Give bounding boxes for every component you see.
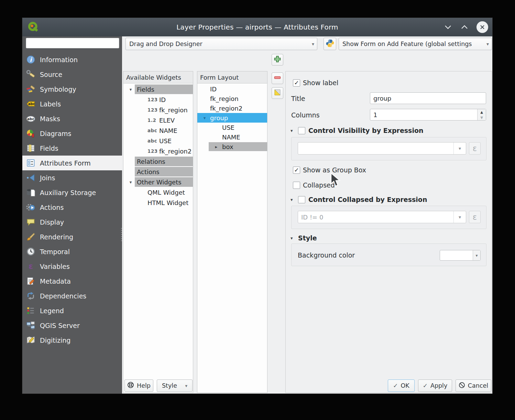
tree-item-name[interactable]: abc NAME: [123, 125, 193, 136]
visibility-checkbox[interactable]: [298, 127, 305, 134]
layout-item-fk-region2[interactable]: fk_region2: [197, 103, 267, 113]
designer-mode-value: Drag and Drop Designer: [129, 41, 202, 47]
visibility-expression-builder-button[interactable]: ε: [469, 142, 481, 155]
tree-item-elev[interactable]: 1.2 ELEV: [123, 115, 193, 125]
cancel-button-label: Cancel: [468, 382, 488, 389]
collapsed-expression-builder-button[interactable]: ε: [469, 211, 481, 223]
sidebar-item-source[interactable]: Source: [22, 67, 122, 82]
svg-text:ε: ε: [29, 262, 33, 271]
tree-item-id[interactable]: 123 ID: [123, 94, 193, 105]
form-open-mode-select[interactable]: Show Form on Add Feature (global setting…: [339, 38, 492, 50]
ok-button-label: OK: [401, 382, 409, 389]
python-init-button[interactable]: [324, 38, 336, 50]
style-section-title: Style: [298, 234, 317, 242]
tree-item-use[interactable]: abc USE: [123, 136, 193, 146]
designer-mode-select[interactable]: Drag and Drop Designer ▾: [125, 38, 317, 50]
tree-category-actions[interactable]: Actions: [123, 167, 193, 177]
splitter-handle[interactable]: [121, 228, 122, 242]
remove-widget-button[interactable]: [272, 72, 283, 84]
sidebar-item-digitizing[interactable]: Digitizing: [22, 333, 122, 348]
sidebar-item-attributes-form[interactable]: Attributes Form: [22, 156, 122, 170]
sidebar-item-auxiliary-storage[interactable]: Auxiliary Storage: [22, 185, 122, 200]
sidebar-item-label: Actions: [40, 204, 64, 211]
layout-item-fk-region[interactable]: fk_region: [197, 94, 267, 103]
style-dropdown-button[interactable]: Style ▾: [157, 379, 193, 392]
tree-item-fk-region[interactable]: 123 fk_region: [123, 105, 193, 115]
expander-down-icon[interactable]: ▾: [291, 197, 295, 202]
sidebar-item-rendering[interactable]: Rendering: [22, 229, 122, 244]
expander-down-icon[interactable]: ▾: [202, 115, 207, 121]
title-input[interactable]: [370, 92, 486, 104]
background-color-picker[interactable]: ▾: [440, 250, 481, 261]
display-icon: [26, 217, 35, 227]
tree-category-relations[interactable]: Relations: [123, 156, 193, 167]
sidebar-search-input[interactable]: [26, 38, 119, 48]
show-label-checkbox[interactable]: ✓: [293, 79, 300, 87]
check-icon: ✓: [393, 382, 398, 389]
tree-item-html-widget[interactable]: HTML Widget: [123, 197, 193, 208]
dependencies-icon: [26, 291, 35, 300]
sidebar-item-label: Temporal: [40, 248, 70, 256]
columns-input[interactable]: [370, 109, 477, 120]
sidebar-item-qgis-server[interactable]: QGIS Server: [22, 318, 122, 333]
close-window-icon[interactable]: [476, 21, 488, 33]
tree-item-fk-region2[interactable]: 123 fk_region2: [123, 146, 193, 156]
sidebar-item-diagrams[interactable]: Diagrams: [22, 126, 122, 141]
sidebar-item-fields[interactable]: Fields: [22, 141, 122, 156]
collapsed-expression-input[interactable]: [298, 211, 453, 223]
sidebar-item-information[interactable]: i Information: [22, 52, 122, 67]
collapsed-checkbox[interactable]: [293, 182, 300, 189]
shade-window-icon[interactable]: [443, 23, 452, 32]
unshade-window-icon[interactable]: [460, 23, 469, 32]
sidebar-item-actions[interactable]: Actions: [22, 200, 122, 215]
minus-icon: [273, 73, 282, 83]
tree-category-other-widgets[interactable]: ▾ Other Widgets: [123, 177, 193, 187]
show-as-group-box-checkbox[interactable]: ✓: [293, 167, 300, 174]
layout-item-box[interactable]: ▸ box: [197, 142, 267, 151]
columns-spinbox[interactable]: ▲ ▼: [370, 109, 486, 121]
help-button-label: Help: [137, 382, 151, 389]
sidebar-item-joins[interactable]: Joins: [22, 170, 122, 185]
titlebar[interactable]: Layer Properties — airports — Attributes…: [22, 18, 492, 36]
sidebar-item-masks[interactable]: abc Masks: [22, 111, 122, 126]
chevron-down-icon: ▾: [459, 146, 461, 151]
sidebar-item-legend[interactable]: Legend: [22, 303, 122, 318]
sidebar-item-temporal[interactable]: Temporal: [22, 244, 122, 259]
sidebar-item-symbology[interactable]: Symbology: [22, 82, 122, 97]
spin-up-icon[interactable]: ▲: [478, 109, 486, 115]
edit-widget-button[interactable]: [272, 87, 283, 99]
layout-item-name[interactable]: NAME: [197, 132, 267, 142]
control-collapsed-checkbox[interactable]: [298, 196, 305, 203]
sidebar-item-label: Joins: [40, 174, 55, 182]
help-button[interactable]: Help: [124, 379, 153, 392]
sidebar-item-metadata[interactable]: Metadata: [22, 274, 122, 288]
check-icon: ✓: [294, 167, 299, 173]
expander-right-icon[interactable]: ▸: [213, 144, 219, 149]
apply-button[interactable]: ✓ Apply: [418, 379, 452, 392]
apply-button-label: Apply: [430, 382, 447, 389]
sidebar-item-dependencies[interactable]: Dependencies: [22, 288, 122, 303]
collapsed-expression-field[interactable]: ▾: [298, 211, 466, 223]
expander-down-icon[interactable]: ▾: [128, 87, 133, 92]
expander-down-icon[interactable]: ▾: [291, 236, 295, 241]
information-icon: i: [26, 55, 35, 64]
epsilon-icon: ε: [473, 144, 477, 153]
spin-down-icon[interactable]: ▼: [478, 115, 486, 120]
style-section-header: ▾ Style: [291, 234, 317, 242]
tree-item-qml-widget[interactable]: QML Widget: [123, 187, 193, 197]
layout-item-group-selected[interactable]: ▾ group: [197, 113, 267, 123]
layout-item-id[interactable]: ID: [197, 84, 267, 94]
sidebar-item-labels[interactable]: abc Labels: [22, 97, 122, 111]
ok-button[interactable]: ✓ OK: [388, 379, 415, 392]
visibility-expression-input[interactable]: [298, 143, 453, 154]
visibility-expression-field[interactable]: ▾: [298, 142, 466, 155]
expander-down-icon[interactable]: ▾: [291, 128, 295, 133]
sidebar-item-variables[interactable]: ε Variables: [22, 259, 122, 274]
sidebar-item-label: Diagrams: [40, 130, 71, 137]
cancel-button[interactable]: Cancel: [456, 379, 491, 392]
tree-category-fields[interactable]: ▾ Fields: [123, 84, 193, 94]
sidebar-item-display[interactable]: Display: [22, 215, 122, 229]
layout-item-use[interactable]: USE: [197, 123, 267, 132]
expander-down-icon[interactable]: ▾: [128, 180, 133, 185]
add-widget-button[interactable]: [272, 54, 283, 66]
